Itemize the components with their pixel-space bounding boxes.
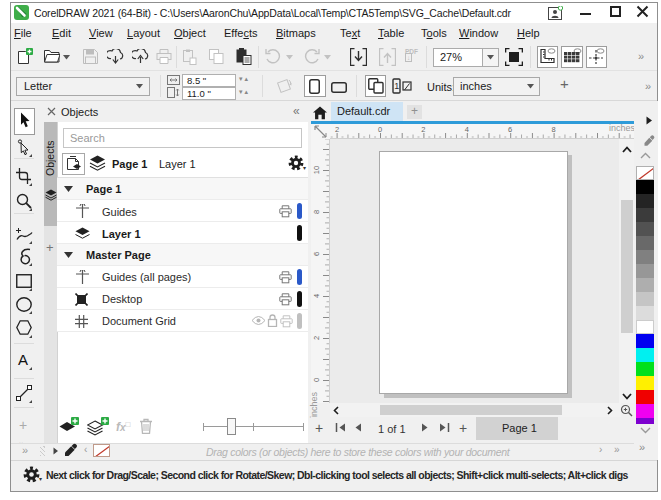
- svg-text:2: 2: [335, 125, 339, 134]
- svg-text:4: 4: [312, 294, 321, 298]
- svg-text:1: 1: [394, 81, 399, 91]
- svg-text:8: 8: [552, 125, 556, 134]
- svg-text:2: 2: [421, 125, 425, 134]
- svg-text:6: 6: [508, 125, 512, 134]
- svg-text:2: 2: [312, 336, 321, 340]
- svg-text:6: 6: [312, 252, 321, 256]
- svg-text:4: 4: [465, 125, 469, 134]
- svg-text:10: 10: [312, 166, 321, 174]
- svg-text:8: 8: [312, 210, 321, 214]
- svg-text:0: 0: [378, 125, 382, 134]
- svg-text:0: 0: [312, 378, 321, 382]
